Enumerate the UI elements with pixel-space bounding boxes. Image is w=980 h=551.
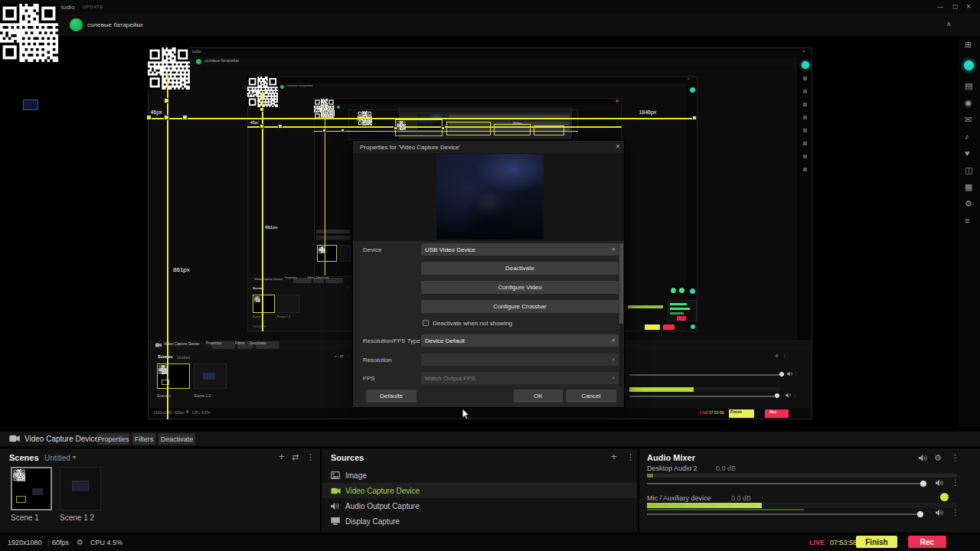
mixer-channel2-knob[interactable] <box>917 511 923 517</box>
sidebar-menu-icon[interactable]: ≡ <box>965 216 969 225</box>
transform-handle[interactable] <box>692 116 697 120</box>
source-row-video-capture[interactable]: Video Capture Device <box>322 483 637 498</box>
sidebar-gear-icon[interactable]: ⚙ <box>965 199 972 209</box>
resolution-fps-type-value: Device Default <box>425 337 465 344</box>
maximize-icon[interactable]: ▢ <box>952 3 959 10</box>
mixer-channel1-mute-icon[interactable] <box>936 479 943 487</box>
scene2-label[interactable]: Scene 1 2 <box>60 514 94 522</box>
transform-handle[interactable] <box>182 115 188 120</box>
close-icon[interactable]: × <box>966 2 971 11</box>
source-row-image[interactable]: Image <box>322 468 637 483</box>
sidebar-grid-icon[interactable]: ⊞ <box>965 40 972 50</box>
sidebar-widget-icon[interactable]: ◫ <box>965 165 972 175</box>
transform-handle[interactable] <box>164 115 169 120</box>
transform-vline[interactable] <box>167 73 168 419</box>
add-source-icon[interactable]: + <box>611 451 617 462</box>
dialog-title: Properties for 'Video Capture Device' <box>360 144 460 151</box>
mixer-menu-icon[interactable]: ⋮ <box>951 453 959 463</box>
qr-capture-l0 <box>0 4 58 62</box>
scene-thumb-qr <box>13 469 25 481</box>
minimize-icon[interactable]: — <box>937 3 943 10</box>
l1-properties-button: Properties <box>211 341 235 349</box>
sidebar-record-icon[interactable]: ◉ <box>965 98 972 108</box>
avatar[interactable] <box>70 18 83 31</box>
sidebar-grid2-icon[interactable]: ▦ <box>965 182 972 192</box>
sidebar-avatar-badge[interactable] <box>964 60 974 70</box>
dialog-close-icon[interactable]: × <box>616 142 620 151</box>
deactivate-checkbox-label[interactable]: Deactivate when not showing <box>433 320 512 327</box>
mixer-speaker-icon[interactable] <box>919 454 927 462</box>
ok-button[interactable]: OK <box>514 390 563 403</box>
chevron-up-icon[interactable]: ∧ <box>946 20 952 28</box>
l2-mixer-dot <box>679 288 684 293</box>
finish-button[interactable]: Finish <box>856 536 897 548</box>
source-row-audio-output[interactable]: Audio Output Capture <box>322 498 637 514</box>
l1-live-time: 07:53:58 <box>709 410 724 415</box>
scenes-collection[interactable]: Untitled <box>44 454 70 462</box>
l1-transform-handle <box>260 107 264 112</box>
status-gear-icon[interactable]: ⚙ <box>77 538 83 546</box>
l2-toolbar-source-name: Video Capture Device <box>254 278 283 281</box>
resolution-fps-type-label: Resolution/FPS Type <box>363 337 420 344</box>
scenes-menu-icon[interactable]: ⋮ <box>306 452 315 462</box>
account-name[interactable]: солевые батарейки <box>87 21 142 28</box>
scene1-label[interactable]: Scene 1 <box>11 514 39 522</box>
webcam-preview <box>436 154 544 240</box>
deactivate-toolbar-button[interactable]: Deactivate <box>158 433 195 445</box>
deactivate-button[interactable]: Deactivate <box>421 262 619 275</box>
resolution-dropdown[interactable]: ▾ <box>421 354 619 366</box>
fps-label: FPS <box>363 375 375 382</box>
mixer-channel2-slider[interactable] <box>647 514 920 515</box>
sidebar-mail-icon[interactable]: ✉ <box>965 115 972 125</box>
filters-toolbar-button[interactable]: Filters <box>132 433 155 445</box>
mixer-channel1-menu-icon[interactable]: ⋮ <box>952 478 959 487</box>
configure-video-button[interactable]: Configure Video <box>421 281 619 294</box>
deactivate-checkbox[interactable] <box>423 320 429 326</box>
mixer-channel2-toggle[interactable] <box>940 493 949 501</box>
scenes-collection-caret-icon[interactable]: ▾ <box>73 454 76 461</box>
mixer-settings-icon[interactable]: ⚙ <box>934 453 942 463</box>
resolution-fps-type-dropdown[interactable]: Device Default ▾ <box>421 334 619 347</box>
device-label: Device <box>363 246 381 253</box>
l2-scene-thumb-qr <box>254 296 260 302</box>
source-row-display-capture[interactable]: Display Capture <box>322 514 637 529</box>
source-label: Audio Output Capture <box>345 502 420 510</box>
transform-handle[interactable] <box>164 98 169 103</box>
device-dropdown[interactable]: USB Video Device ▾ <box>421 243 619 256</box>
sidebar-music-icon[interactable]: ♪ <box>965 132 969 141</box>
status-resolution[interactable]: 1920x1080 <box>8 539 42 546</box>
properties-toolbar-button[interactable]: Properties <box>97 433 129 445</box>
l1-rec-button: Rec <box>765 409 789 418</box>
l1-scene2-label: Scene 1 2 <box>194 393 211 398</box>
add-scene-icon[interactable]: + <box>279 451 285 462</box>
mixer-channel2-mute-icon[interactable] <box>936 509 943 517</box>
cancel-button[interactable]: Cancel <box>566 390 616 403</box>
monitor-icon <box>331 517 340 525</box>
l1-mixer-icons: ⚙ <box>775 354 779 358</box>
transform-width-label: 1846px <box>638 109 658 116</box>
defaults-button[interactable]: Defaults <box>366 390 416 403</box>
dialog-scrollbar-thumb[interactable] <box>619 243 623 324</box>
l1-sidebar-icon <box>803 129 807 132</box>
speaker-icon <box>331 502 339 510</box>
l3-close-dot <box>616 99 619 103</box>
configure-crossbar-button[interactable]: Configure Crossbar <box>421 300 619 313</box>
l1-transform-offset-label: 46px <box>250 120 260 125</box>
rec-button[interactable]: Rec <box>908 536 946 548</box>
recursive-bbox <box>494 124 531 135</box>
scene-transition-icon[interactable]: ⇄ <box>292 452 299 462</box>
sidebar-layers-icon[interactable]: ▤ <box>965 81 972 91</box>
transform-handle[interactable] <box>146 115 152 120</box>
l1-scenes-add-icon: + <box>335 354 337 358</box>
recursive-bbox <box>534 126 564 135</box>
l1-finish-button: Finish <box>729 409 754 418</box>
status-fps[interactable]: 60fps <box>52 539 69 546</box>
fps-dropdown[interactable]: Match Output FPS ▾ <box>421 372 619 384</box>
mixer-channel1-slider[interactable] <box>647 483 923 484</box>
l1-mic-meter-active <box>629 387 694 392</box>
sidebar-heart-icon[interactable]: ♥ <box>965 148 970 158</box>
mixer-channel2-menu-icon[interactable]: ⋮ <box>952 508 959 517</box>
mixer-channel1-knob[interactable] <box>920 481 926 487</box>
l1-sidebar-icon <box>803 168 807 171</box>
sources-menu-icon[interactable]: ⋮ <box>626 452 635 462</box>
